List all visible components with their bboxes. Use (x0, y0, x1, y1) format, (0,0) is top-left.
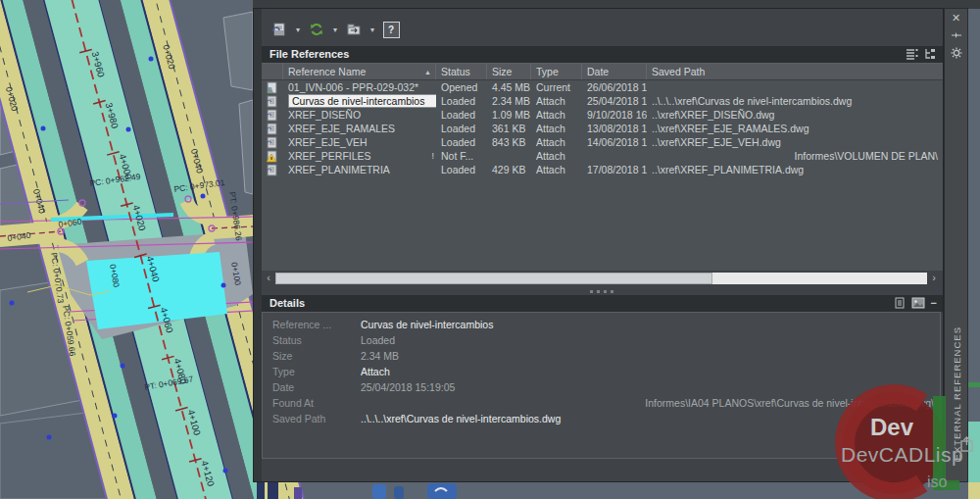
xref-dwg-icon (266, 136, 278, 149)
table-row[interactable]: XREF_PLANIMETRIA Loaded 429 KB Attach 17… (262, 163, 943, 176)
screenshot-stage: 0+020 0+040 0+020 0+040 (0, 0, 980, 499)
file-references-title: File References (270, 48, 349, 60)
palette-content: ▾ ▾ ▾ (253, 8, 944, 482)
detail-value-found-at: \Informes\IA04 PLANOS\xref\Curvas de niv… (361, 395, 940, 411)
detail-row: Reference ...Curvas de nivel-intercambio… (263, 317, 940, 332)
file-references-table: Reference Name ▲ Status Size Type Date S… (262, 63, 943, 271)
detail-row: StatusLoaded (263, 332, 940, 348)
current-drawing-icon (266, 81, 278, 94)
column-header-saved-path[interactable]: Saved Path (647, 64, 943, 79)
xref-dwg-icon (266, 164, 278, 176)
panel-splitter[interactable] (262, 287, 943, 295)
detail-value-size: 2.34 MB (361, 348, 940, 364)
tree-view-icon[interactable] (924, 48, 937, 60)
xref-dwg-icon (266, 123, 278, 135)
table-row[interactable]: 01_IVN-006 - PPR-029-032* Opened 4.45 MB… (262, 80, 943, 94)
detail-value-saved-path: ..\..\..\xref\Curvas de nivel-intercambi… (361, 411, 940, 426)
table-row[interactable]: XREF_EJE_VEH Loaded 843 KB Attach 14/06/… (262, 135, 943, 149)
xref-dwg-icon (266, 109, 278, 122)
properties-gear-button[interactable] (945, 44, 967, 62)
xref-toolbar: ▾ ▾ ▾ (270, 18, 401, 41)
palette-left-border (254, 9, 262, 481)
column-header-date[interactable]: Date (582, 64, 647, 79)
palette-side-title: EXTERNAL REFERENCES (951, 326, 961, 460)
detail-value-type[interactable]: Attach (361, 364, 940, 379)
scroll-left-arrow[interactable]: ‹ (262, 272, 275, 285)
list-view-icon[interactable] (906, 48, 918, 60)
scroll-right-arrow[interactable]: › (927, 272, 941, 285)
external-references-palette: ▾ ▾ ▾ (253, 8, 968, 482)
refresh-dropdown-arrow[interactable]: ▾ (330, 25, 340, 34)
gear-icon (951, 47, 962, 59)
table-row[interactable]: XREF_EJE_RAMALES Loaded 361 KB Attach 13… (262, 122, 943, 135)
scrollbar-thumb[interactable] (275, 273, 712, 284)
refresh-button[interactable] (307, 20, 326, 39)
detail-row: Found At\Informes\IA04 PLANOS\xref\Curva… (263, 395, 940, 411)
detail-value-status: Loaded (361, 332, 940, 348)
auto-hide-pin-icon (951, 29, 962, 41)
auto-hide-pin-button[interactable] (945, 26, 967, 44)
column-header-size[interactable]: Size (487, 64, 531, 79)
path-dropdown-arrow[interactable]: ▾ (368, 25, 377, 34)
details-title: Details (270, 297, 305, 309)
horizontal-scrollbar[interactable]: ‹ › (262, 272, 941, 285)
column-header-reference-name[interactable]: Reference Name ▲ (283, 64, 436, 79)
help-icon: ? (383, 22, 400, 38)
detail-value-reference-name[interactable]: Curvas de nivel-intercambios (361, 317, 940, 332)
attach-dwg-button[interactable] (270, 20, 289, 39)
file-references-header: File References (262, 46, 943, 63)
table-header-row: Reference Name ▲ Status Size Type Date S… (262, 64, 943, 80)
detail-row: Saved Path..\..\..\xref\Curvas de nivel-… (263, 411, 940, 426)
details-view-icon[interactable] (894, 297, 906, 309)
attach-dwg-icon (271, 22, 287, 37)
detail-row: Date25/04/2018 15:19:05 (263, 379, 940, 395)
detail-row: Size2.34 MB (263, 348, 940, 364)
rename-edit-field[interactable]: Curvas de nivel-intercambios (288, 94, 436, 108)
change-path-button[interactable] (344, 20, 364, 39)
attach-dropdown-arrow[interactable]: ▾ (293, 25, 303, 34)
details-header: Details − (262, 295, 943, 312)
column-header-status[interactable]: Status (436, 64, 487, 79)
preview-view-icon[interactable] (911, 297, 925, 309)
change-path-icon (346, 22, 362, 37)
xref-not-found-icon (266, 150, 278, 163)
table-row[interactable]: XREF_PERFILES! Not F... Attach \Informes… (262, 149, 943, 163)
collapse-details-button[interactable]: − (931, 297, 937, 309)
detail-row: TypeAttach (263, 364, 940, 379)
xref-dwg-icon (266, 95, 278, 108)
table-row-selected[interactable]: Curvas de nivel-intercambios Loaded 2.34… (262, 94, 943, 108)
detail-value-date: 25/04/2018 15:19:05 (361, 379, 940, 395)
table-row[interactable]: XREF_DISEÑO Loaded 1.09 MB Attach 9/10/2… (262, 108, 943, 122)
help-button[interactable]: ? (381, 20, 401, 39)
palette-title-bar[interactable]: ✕ EXTERNAL REFERENCES (944, 8, 968, 482)
splitter-grip-icon (590, 290, 615, 293)
sort-ascending-icon: ▲ (424, 65, 431, 79)
details-panel: Reference ...Curvas de nivel-intercambio… (262, 312, 941, 459)
close-palette-button[interactable]: ✕ (945, 9, 967, 26)
missing-ref-alert: ! (431, 149, 434, 163)
column-header-type[interactable]: Type (531, 64, 582, 79)
refresh-icon (309, 22, 324, 37)
scrollbar-track[interactable] (275, 273, 927, 284)
